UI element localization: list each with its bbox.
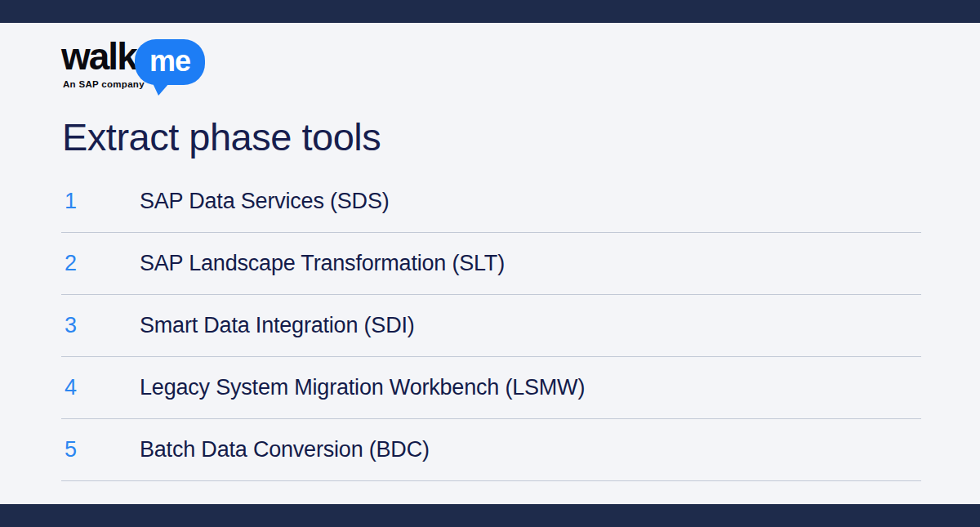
list-item: 2 SAP Landscape Transformation (SLT) bbox=[61, 233, 921, 295]
item-label: SAP Data Services (SDS) bbox=[140, 189, 390, 214]
page-title: Extract phase tools bbox=[62, 116, 381, 159]
logo-speech-bubble-icon: me bbox=[135, 39, 205, 85]
item-label: SAP Landscape Transformation (SLT) bbox=[140, 251, 505, 276]
item-label: Batch Data Conversion (BDC) bbox=[140, 437, 430, 462]
tool-list: 1 SAP Data Services (SDS) 2 SAP Landscap… bbox=[61, 171, 921, 481]
top-frame-bar bbox=[0, 0, 980, 23]
infographic-canvas: { "brand": { "logo_walk": "walk", "logo_… bbox=[0, 0, 980, 527]
walkme-logo: walk me An SAP company bbox=[61, 33, 241, 102]
list-item: 3 Smart Data Integration (SDI) bbox=[61, 295, 921, 357]
item-number: 1 bbox=[61, 189, 140, 214]
list-item: 1 SAP Data Services (SDS) bbox=[61, 171, 921, 233]
logo-me-text: me bbox=[149, 47, 190, 76]
item-number: 3 bbox=[61, 313, 140, 338]
list-item: 4 Legacy System Migration Workbench (LSM… bbox=[61, 357, 921, 419]
list-item: 5 Batch Data Conversion (BDC) bbox=[61, 419, 921, 481]
logo-tagline: An SAP company bbox=[63, 79, 145, 89]
item-number: 2 bbox=[61, 251, 140, 276]
logo-walk-text: walk bbox=[61, 38, 136, 75]
item-label: Legacy System Migration Workbench (LSMW) bbox=[140, 375, 585, 400]
item-number: 4 bbox=[61, 375, 140, 400]
item-number: 5 bbox=[61, 437, 140, 462]
item-label: Smart Data Integration (SDI) bbox=[140, 313, 415, 338]
bottom-frame-bar bbox=[0, 504, 980, 527]
